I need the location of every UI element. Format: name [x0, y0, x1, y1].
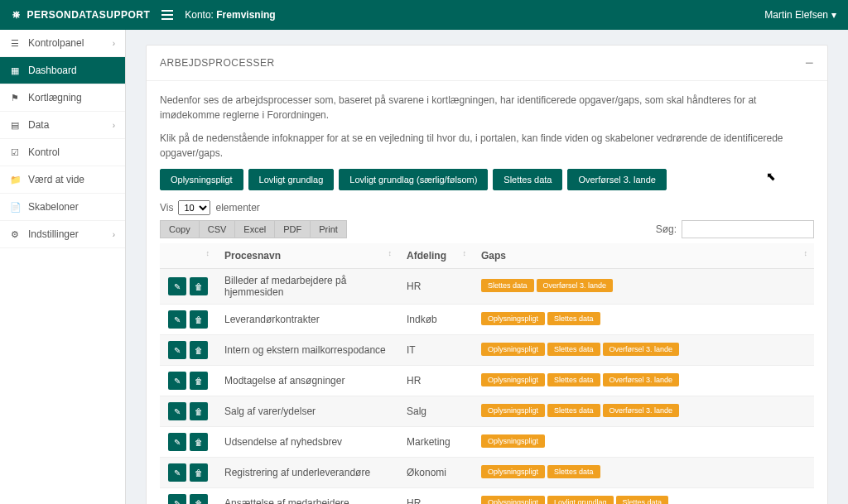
delete-row-button[interactable]: 🗑: [190, 310, 208, 329]
delete-row-button[interactable]: 🗑: [190, 341, 208, 359]
export-pdf-button[interactable]: PDF: [274, 220, 310, 238]
cell-gaps: Slettes dataOverførsel 3. lande: [473, 269, 814, 305]
sidebar-item-label: Indstillinger: [28, 228, 79, 240]
sidebar-item-label: Data: [28, 119, 49, 131]
export-csv-button[interactable]: CSV: [199, 220, 235, 238]
account-label: Konto: Fremvisning: [185, 9, 275, 21]
table-row: ✎ 🗑 Udsendelse af nyhedsbrev Marketing O…: [160, 427, 814, 458]
sidebar-item-data[interactable]: ▤Data›: [0, 112, 125, 139]
edit-row-button[interactable]: ✎: [168, 494, 186, 504]
nav-icon: 📄: [10, 202, 20, 213]
cell-gaps: OplysningspligtSlettes data: [473, 305, 814, 335]
sidebar-item-værd-at-vide[interactable]: 📁Værd at vide: [0, 166, 125, 194]
delete-row-button[interactable]: 🗑: [190, 402, 208, 420]
nav-icon: ▤: [10, 120, 20, 131]
edit-row-button[interactable]: ✎: [168, 341, 186, 359]
search-input[interactable]: [682, 220, 814, 238]
filter-tab-slettes-data[interactable]: Slettes data: [493, 169, 562, 190]
panel-collapse-button[interactable]: −: [805, 55, 814, 70]
gap-badge: Slettes data: [547, 343, 600, 356]
nav-icon: ⚙: [10, 229, 20, 240]
main-content: ARBEJDSPROCESSER − Nedenfor ses de arbej…: [126, 30, 848, 504]
filter-tabs: OplysningspligtLovligt grundlagLovligt g…: [160, 169, 814, 190]
panel-arbejdsprocesser: ARBEJDSPROCESSER − Nedenfor ses de arbej…: [146, 45, 828, 504]
delete-row-button[interactable]: 🗑: [190, 277, 208, 295]
edit-row-button[interactable]: ✎: [168, 372, 186, 390]
sidebar-item-label: Kontrol: [28, 146, 60, 158]
brand[interactable]: ⛯ PERSONDATASUPPORT: [12, 9, 150, 21]
sidebar-item-kortlægning[interactable]: ⚑Kortlægning: [0, 84, 125, 112]
cell-gaps: OplysningspligtSlettes dataOverførsel 3.…: [473, 366, 814, 396]
cell-gaps: Oplysningspligt: [473, 427, 814, 458]
page-length-select[interactable]: 10: [178, 200, 210, 215]
nav-icon: ▦: [10, 65, 20, 76]
gap-badge: Overførsel 3. lande: [603, 404, 680, 417]
nav-icon: ☑: [10, 147, 20, 158]
gap-badge: Slettes data: [547, 404, 600, 417]
caret-down-icon: ▾: [831, 9, 836, 21]
brand-text: PERSONDATASUPPORT: [27, 9, 151, 21]
user-name: Martin Elefsen: [764, 9, 828, 21]
cell-procesnavn: Modtagelse af ansøgninger: [216, 366, 398, 396]
col-gaps[interactable]: Gaps↕: [473, 243, 814, 269]
edit-row-button[interactable]: ✎: [168, 277, 186, 295]
edit-row-button[interactable]: ✎: [168, 310, 186, 329]
cell-procesnavn: Registrering af underleverandøre: [216, 458, 398, 488]
table-row: ✎ 🗑 Registrering af underleverandøre Øko…: [160, 458, 814, 488]
filter-tab-oplysningspligt[interactable]: Oplysningspligt: [160, 169, 243, 190]
menu-toggle-icon[interactable]: [161, 10, 173, 20]
table-length-control: Vis 10 elementer: [160, 200, 814, 215]
table-row: ✎ 🗑 Salg af varer/ydelser Salg Oplysning…: [160, 396, 814, 427]
sidebar-item-label: Skabeloner: [28, 201, 79, 213]
gap-badge: Slettes data: [547, 465, 600, 478]
delete-row-button[interactable]: 🗑: [190, 463, 208, 482]
export-excel-button[interactable]: Excel: [234, 220, 274, 238]
gap-badge: Oplysningspligt: [481, 496, 545, 504]
process-table: ↕ Procesnavn↕ Afdeling↕ Gaps↕ ✎ 🗑 Billed…: [160, 243, 814, 504]
sidebar-item-dashboard[interactable]: ▦Dashboard: [0, 57, 125, 84]
gap-badge: Overførsel 3. lande: [603, 373, 680, 386]
edit-row-button[interactable]: ✎: [168, 402, 186, 420]
table-row: ✎ 🗑 Intern og ekstern mailkorrespodance …: [160, 335, 814, 366]
edit-row-button[interactable]: ✎: [168, 463, 186, 482]
filter-tab-overf-rsel-3-lande[interactable]: Overførsel 3. lande: [567, 169, 667, 190]
topbar: ⛯ PERSONDATASUPPORT Konto: Fremvisning M…: [0, 0, 848, 30]
delete-row-button[interactable]: 🗑: [190, 372, 208, 390]
gap-badge: Slettes data: [616, 496, 669, 504]
filter-tab-lovligt-grundlag-s-rlig-f-lsom-[interactable]: Lovligt grundlag (særlig/følsom): [339, 169, 488, 190]
col-actions[interactable]: ↕: [160, 243, 216, 269]
delete-row-button[interactable]: 🗑: [190, 433, 208, 451]
sidebar-item-indstillinger[interactable]: ⚙Indstillinger›: [0, 221, 125, 248]
sidebar-item-kontrolpanel[interactable]: ☰Kontrolpanel›: [0, 30, 125, 57]
table-row: ✎ 🗑 Leverandørkontrakter Indkøb Oplysnin…: [160, 305, 814, 335]
sidebar-item-label: Kontrolpanel: [28, 37, 84, 49]
sidebar-item-skabeloner[interactable]: 📄Skabeloner: [0, 194, 125, 221]
cell-gaps: OplysningspligtSlettes data: [473, 458, 814, 488]
gap-badge: Slettes data: [547, 373, 600, 386]
cell-afdeling: Indkøb: [398, 305, 473, 335]
nav-icon: ☰: [10, 38, 20, 49]
sidebar-item-kontrol[interactable]: ☑Kontrol: [0, 139, 125, 166]
gap-badge: Oplysningspligt: [481, 404, 545, 417]
table-row: ✎ 🗑 Ansættelse af medarbejdere HR Oplysn…: [160, 488, 814, 505]
cell-procesnavn: Billeder af medarbejdere på hjemmesiden: [216, 269, 398, 305]
delete-row-button[interactable]: 🗑: [190, 494, 208, 504]
panel-header: ARBEJDSPROCESSER −: [147, 46, 827, 81]
edit-row-button[interactable]: ✎: [168, 433, 186, 451]
export-print-button[interactable]: Print: [310, 220, 347, 238]
brand-icon: ⛯: [12, 9, 22, 21]
col-procesnavn[interactable]: Procesnavn↕: [216, 243, 398, 269]
intro-paragraph-1: Nedenfor ses de arbejdsprocesser som, ba…: [160, 93, 814, 122]
cell-procesnavn: Intern og ekstern mailkorrespodance: [216, 335, 398, 366]
cell-afdeling: HR: [398, 366, 473, 396]
filter-tab-lovligt-grundlag[interactable]: Lovligt grundlag: [248, 169, 335, 190]
panel-title: ARBEJDSPROCESSER: [160, 57, 275, 69]
export-copy-button[interactable]: Copy: [160, 220, 199, 238]
cell-procesnavn: Ansættelse af medarbejdere: [216, 488, 398, 505]
sidebar-item-label: Dashboard: [28, 65, 77, 76]
user-menu[interactable]: Martin Elefsen ▾: [764, 9, 836, 21]
col-afdeling[interactable]: Afdeling↕: [398, 243, 473, 269]
gap-badge: Oplysningspligt: [481, 434, 545, 448]
sidebar: ☰Kontrolpanel›▦Dashboard⚑Kortlægning▤Dat…: [0, 30, 126, 504]
export-buttons: CopyCSVExcelPDFPrint: [160, 220, 347, 238]
